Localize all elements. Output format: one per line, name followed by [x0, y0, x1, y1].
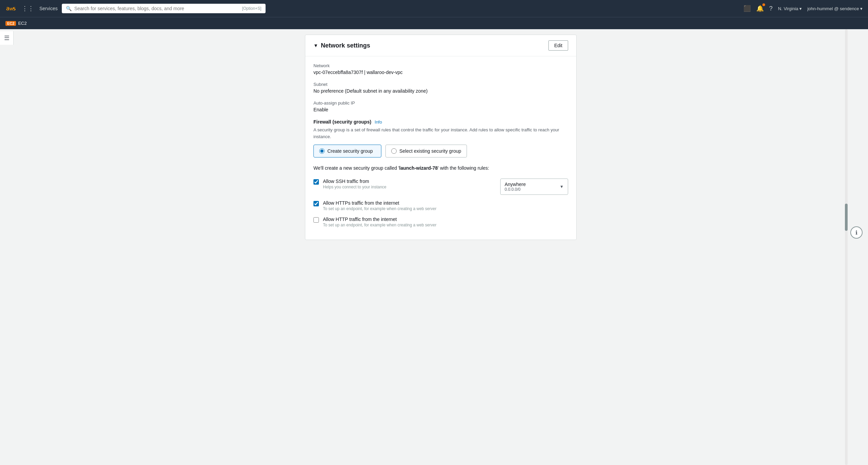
network-settings-panel: ▼ Network settings Edit Network vpc-07ec…: [305, 35, 577, 240]
sidebar-toggle[interactable]: ☰: [0, 31, 14, 45]
ssh-rule-row: Allow SSH traffic from Helps you connect…: [313, 179, 568, 195]
main-content: ▼ Network settings Edit Network vpc-07ec…: [0, 29, 868, 465]
help-icon[interactable]: ?: [769, 5, 773, 12]
http-text: Allow HTTP traffic from the internet To …: [323, 217, 568, 227]
grid-icon[interactable]: ⋮⋮: [20, 3, 35, 14]
create-sg-radio[interactable]: [319, 148, 325, 154]
https-subtitle: To set up an endpoint, for example when …: [323, 206, 568, 211]
creation-notice-suffix: ' with the following rules:: [438, 165, 489, 171]
firewall-header: Firewall (security groups) Info: [313, 119, 568, 125]
https-traffic-rule: Allow HTTPs traffic from the internet To…: [313, 200, 568, 211]
security-group-options: Create security group Select existing se…: [313, 145, 568, 157]
nav-right: ⬛ 🔔 ? N. Virginia ▾ john-hummel @ senden…: [743, 5, 863, 12]
top-nav: ⋮⋮ Services 🔍 [Option+S] ⬛ 🔔 ? N. Virgin…: [0, 0, 868, 17]
create-sg-option[interactable]: Create security group: [313, 145, 381, 157]
collapse-arrow-icon[interactable]: ▼: [313, 43, 318, 48]
http-rule-row: Allow HTTP traffic from the internet To …: [313, 217, 568, 227]
search-bar[interactable]: 🔍 [Option+S]: [62, 4, 266, 13]
https-title: Allow HTTPs traffic from the internet: [323, 200, 568, 206]
traffic-rules-container: Allow SSH traffic from Helps you connect…: [313, 179, 568, 227]
auto-assign-field: Auto-assign public IP Enable: [313, 100, 568, 112]
select-sg-label: Select existing security group: [399, 148, 461, 154]
region-label: N. Virginia: [778, 6, 798, 11]
panel-header: ▼ Network settings Edit: [305, 35, 576, 56]
sub-nav: EC2 EC2: [0, 17, 868, 29]
subnet-label: Subnet: [313, 82, 568, 87]
region-selector[interactable]: N. Virginia ▾: [778, 6, 802, 11]
panel-title: ▼ Network settings: [313, 42, 370, 49]
ssh-dropdown-arrow-icon: ▼: [560, 184, 564, 189]
ssh-dropdown-sub: 0.0.0.0/0: [505, 187, 557, 192]
ssh-source-dropdown[interactable]: Anywhere 0.0.0.0/0 ▼: [500, 179, 568, 195]
auto-assign-label: Auto-assign public IP: [313, 100, 568, 106]
search-shortcut: [Option+S]: [242, 6, 261, 11]
scroll-thumb[interactable]: [845, 204, 848, 231]
firewall-info-link[interactable]: Info: [375, 119, 382, 125]
https-text: Allow HTTPs traffic from the internet To…: [323, 200, 568, 211]
edit-button[interactable]: Edit: [548, 40, 568, 51]
firewall-description: A security group is a set of firewall ru…: [313, 127, 568, 140]
scroll-track: [845, 29, 848, 465]
region-arrow-icon: ▾: [799, 6, 802, 11]
hamburger-icon: ☰: [4, 34, 10, 42]
http-checkbox[interactable]: [313, 217, 319, 223]
account-arrow-icon: ▾: [860, 6, 863, 11]
ec2-badge: EC2: [5, 21, 16, 26]
info-icon: ℹ: [855, 229, 857, 236]
select-sg-option[interactable]: Select existing security group: [385, 145, 467, 157]
security-group-name: launch-wizard-78: [399, 165, 438, 171]
network-field: Network vpc-07eccebffa8a7307f | wallaroo…: [313, 63, 568, 75]
ec2-label: EC2: [18, 21, 26, 26]
notification-badge: [762, 3, 765, 6]
subnet-field: Subnet No preference (Default subnet in …: [313, 82, 568, 94]
ssh-text: Allow SSH traffic from Helps you connect…: [323, 179, 496, 189]
network-value: vpc-07eccebffa8a7307f | wallaroo-dev-vpc: [313, 70, 568, 75]
ssh-subtitle: Helps you connect to your instance: [323, 185, 496, 189]
create-sg-label: Create security group: [327, 148, 373, 154]
ssh-checkbox[interactable]: [313, 179, 319, 185]
https-checkbox[interactable]: [313, 201, 319, 206]
aws-logo[interactable]: [5, 3, 16, 14]
services-nav[interactable]: Services: [39, 6, 58, 11]
network-label: Network: [313, 63, 568, 68]
creation-notice-prefix: We'll create a new security group called…: [313, 165, 399, 171]
http-subtitle: To set up an endpoint, for example when …: [323, 223, 568, 227]
ssh-title: Allow SSH traffic from: [323, 179, 496, 184]
creation-notice: We'll create a new security group called…: [313, 164, 568, 172]
info-panel-button[interactable]: ℹ: [850, 226, 863, 239]
notification-bell-icon[interactable]: 🔔: [756, 5, 764, 12]
ec2-nav-item[interactable]: EC2 EC2: [5, 21, 27, 26]
panel-body: Network vpc-07eccebffa8a7307f | wallaroo…: [305, 56, 576, 240]
ssh-dropdown-main: Anywhere: [505, 182, 557, 187]
http-traffic-rule: Allow HTTP traffic from the internet To …: [313, 217, 568, 227]
ssh-traffic-rule: Allow SSH traffic from Helps you connect…: [313, 179, 568, 195]
auto-assign-value: Enable: [313, 107, 568, 112]
account-label: john-hummel @ sendence: [807, 6, 859, 11]
subnet-value: No preference (Default subnet in any ava…: [313, 88, 568, 94]
firewall-title: Firewall (security groups): [313, 119, 371, 125]
account-selector[interactable]: john-hummel @ sendence ▾: [807, 6, 863, 11]
ssh-dropdown-content: Anywhere 0.0.0.0/0: [505, 182, 557, 192]
panel-title-text: Network settings: [321, 42, 370, 49]
search-input[interactable]: [74, 6, 239, 11]
https-rule-row: Allow HTTPs traffic from the internet To…: [313, 200, 568, 211]
select-sg-radio[interactable]: [391, 148, 397, 154]
http-title: Allow HTTP traffic from the internet: [323, 217, 568, 222]
terminal-icon[interactable]: ⬛: [743, 5, 751, 12]
search-icon: 🔍: [66, 6, 72, 11]
